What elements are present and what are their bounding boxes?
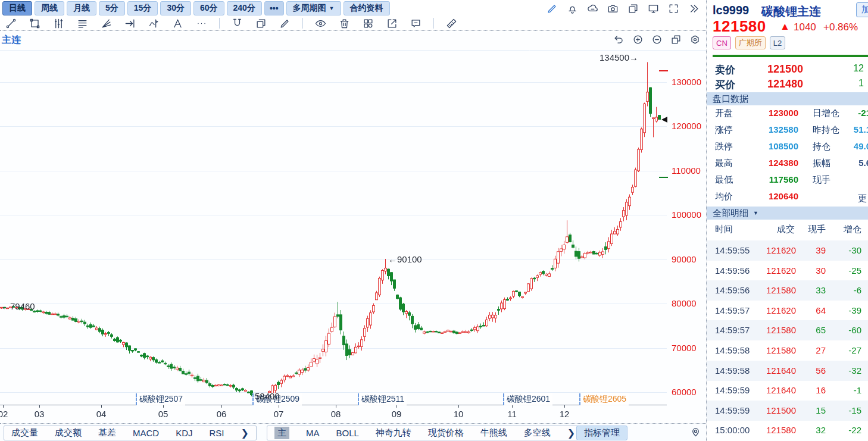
more-tools-icon[interactable] xyxy=(195,17,208,30)
candlestick-canvas[interactable] xyxy=(0,32,706,423)
pankou-header: 盘口数据 xyxy=(707,92,868,105)
indicator-main-牛熊线[interactable]: 牛熊线 xyxy=(480,427,507,439)
indicator-sub-KDJ[interactable]: KDJ xyxy=(176,428,192,438)
multi-period-button[interactable]: 多周期图▼ xyxy=(286,1,341,15)
x-axis-label: 10 xyxy=(454,409,464,419)
detail-header[interactable]: 全部明细 ▼ xyxy=(707,207,868,220)
indicator-main-主[interactable]: 主 xyxy=(274,427,289,439)
bid-row: 买价 121480 1 xyxy=(707,78,868,92)
trade-time: 15:00:00 xyxy=(715,425,750,435)
trade-time: 14:59:56 xyxy=(715,285,750,295)
pankou-label: 均价 xyxy=(715,191,733,202)
indicator-main-多空线[interactable]: 多空线 xyxy=(524,427,551,439)
indicator-main-MA[interactable]: MA xyxy=(306,428,320,438)
period-tab-60分[interactable]: 60分 xyxy=(193,1,224,15)
pankou-value: 123000 xyxy=(769,108,798,118)
trade-price: 121580 xyxy=(766,425,796,435)
contract-info-button[interactable]: 合约资料 xyxy=(344,1,390,15)
extend-line-tool-icon[interactable] xyxy=(124,17,136,30)
measure-tool-icon[interactable] xyxy=(445,17,458,30)
pencil-tool-icon[interactable] xyxy=(279,17,291,30)
magnet-tool-icon[interactable] xyxy=(231,17,243,30)
period-tab-15分[interactable]: 15分 xyxy=(127,1,158,15)
comment-tool-icon[interactable] xyxy=(410,17,422,30)
layers-tool-icon[interactable] xyxy=(255,17,267,30)
trade-volume: 27 xyxy=(816,345,826,355)
indicator-sub-基差[interactable]: 基差 xyxy=(98,427,116,439)
indicator-sub-成交量[interactable]: 成交量 xyxy=(11,427,38,439)
pankou-label: 涨停 xyxy=(715,124,733,136)
cloud-sync-icon[interactable] xyxy=(586,2,599,15)
price-change: 1040 xyxy=(794,21,816,33)
text-tool-icon[interactable] xyxy=(171,17,184,30)
indicator-bar: 成交量成交额基差MACDKDJRSI❯ 主MABOLL神奇九转现货价格牛熊线多空… xyxy=(0,423,706,441)
visibility-toggle-icon[interactable] xyxy=(314,17,327,30)
templates-tool-icon[interactable] xyxy=(362,17,374,30)
rect-select-tool-icon[interactable] xyxy=(29,17,41,30)
period-tab-周线[interactable]: 周线 xyxy=(35,1,64,15)
indicator-main-神奇九转[interactable]: 神奇九转 xyxy=(376,427,411,439)
segment-tool-icon[interactable] xyxy=(5,17,17,30)
period-tab-240分[interactable]: 240分 xyxy=(227,1,262,15)
contract-switch-label: 碳酸锂2605 xyxy=(579,393,629,405)
alert-icon[interactable] xyxy=(566,2,579,15)
market-badge-CN: CN xyxy=(713,36,731,49)
period-tab-5分[interactable]: 5分 xyxy=(99,1,125,15)
pankou-value: 120640 xyxy=(769,191,798,201)
trade-row: 14:59:5812164056-32 xyxy=(707,361,868,381)
toolbar-separator xyxy=(433,18,434,29)
symbol-code: lc9999 xyxy=(713,4,749,17)
drawing-toolbar xyxy=(5,16,458,30)
period-tab-30分[interactable]: 30分 xyxy=(160,1,191,15)
y-axis-label: 90000 xyxy=(672,254,697,264)
gann-lines-tool-icon[interactable] xyxy=(76,17,89,30)
indicator-sub-MACD[interactable]: MACD xyxy=(133,428,159,438)
ask-volume: 12 xyxy=(853,63,864,74)
add-watchlist-button[interactable]: 加 xyxy=(856,2,868,17)
trade-row: 15:00:0012158032-22 xyxy=(707,420,868,440)
export-tool-icon[interactable] xyxy=(386,17,398,30)
chevron-down-icon[interactable]: ▼ xyxy=(753,210,758,216)
limit-price-marker xyxy=(659,177,668,178)
trade-oi-change: -6 xyxy=(854,285,861,295)
delete-drawings-icon[interactable] xyxy=(338,17,351,30)
market-badge-广期所: 广期所 xyxy=(735,36,766,49)
more-link[interactable]: 更 xyxy=(858,193,867,204)
multi-chart-label: 多周期图 xyxy=(293,3,326,14)
period-tab-月线[interactable]: 月线 xyxy=(67,1,96,15)
fullscreen-icon[interactable] xyxy=(667,2,680,15)
screen-mode-icon[interactable] xyxy=(647,2,660,15)
draw-mode-icon[interactable] xyxy=(546,2,558,15)
trade-price: 121580 xyxy=(766,285,796,295)
pankou-label: 振幅 xyxy=(813,158,830,169)
indicator-sub-成交额[interactable]: 成交额 xyxy=(55,427,82,439)
location-pin-icon[interactable] xyxy=(689,426,702,438)
ask-row: 卖价 121500 12 xyxy=(707,63,868,77)
trade-row: 14:59:5712158065-60 xyxy=(707,320,868,340)
adjust-tool-icon[interactable] xyxy=(52,17,65,30)
trade-volume: 64 xyxy=(816,305,826,315)
indicator-more-arrow[interactable]: ❯ xyxy=(567,427,575,439)
indicator-main-BOLL[interactable]: BOLL xyxy=(336,428,359,438)
trade-oi-change: -32 xyxy=(848,365,861,376)
ask-price: 121500 xyxy=(767,63,803,76)
collapse-panel-icon[interactable] xyxy=(688,2,700,15)
indicator-main-现货价格[interactable]: 现货价格 xyxy=(428,427,464,439)
trade-volume: 15 xyxy=(816,405,826,415)
last-price-marker xyxy=(661,117,667,123)
price-annotation: ←90100 xyxy=(388,254,422,264)
indicator-more-arrow[interactable]: ❯ xyxy=(241,427,249,439)
indicator-sub-RSI[interactable]: RSI xyxy=(210,428,224,438)
wave-flag-tool-icon[interactable] xyxy=(148,17,160,30)
clone-window-icon[interactable] xyxy=(627,2,639,15)
trade-oi-change: -25 xyxy=(848,265,861,276)
trade-volume: 33 xyxy=(816,285,826,295)
screenshot-icon[interactable] xyxy=(607,2,619,15)
trade-price: 121620 xyxy=(766,305,796,315)
pankou-label: 最低 xyxy=(715,174,733,186)
x-axis-label: 05 xyxy=(158,409,168,419)
fan-lines-tool-icon[interactable] xyxy=(100,17,113,30)
period-tab-日线[interactable]: 日线 xyxy=(2,1,32,15)
indicator-manage-button[interactable]: 指标管理 xyxy=(576,426,627,440)
more-periods-button[interactable]: ••• xyxy=(264,1,284,15)
